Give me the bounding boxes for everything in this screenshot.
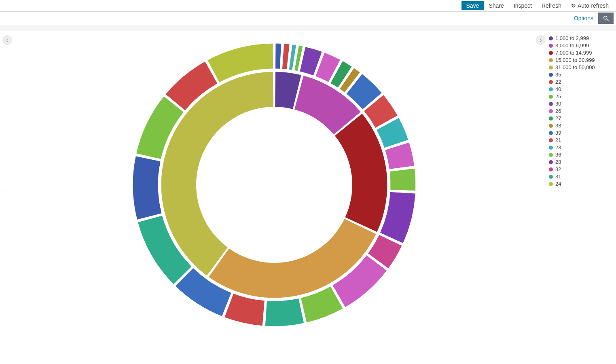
auto-refresh-label: Auto-refresh [578,2,609,9]
legend-label: 25 [555,93,561,99]
top-toolbar: Save Share Inspect Refresh ↻Auto-refresh [0,0,616,12]
sub-toolbar: Options [0,12,616,25]
legend-swatch [549,175,553,179]
legend-item[interactable]: 26 [549,108,614,114]
legend-label: 30 [555,101,561,107]
svg-point-0 [604,16,607,19]
drag-handle-icon[interactable]: ⋮⋮ [0,187,7,192]
legend-swatch [549,73,553,77]
refresh-icon: ↻ [571,2,576,9]
legend-label: 3,000 to 6,999 [555,42,589,49]
legend-label: 35 [555,72,561,78]
legend-swatch [549,66,553,70]
legend-item[interactable]: 22 [549,79,614,85]
legend-swatch [549,146,553,150]
legend-swatch [549,182,553,186]
chart-slice[interactable] [133,156,162,220]
legend-item[interactable]: 24 [549,181,614,187]
legend-item[interactable]: 32 [549,166,614,172]
legend-label: 21 [555,137,561,143]
legend-item[interactable]: 7,000 to 14,999 [549,50,614,56]
legend-item[interactable]: 27 [549,115,614,121]
inspect-button[interactable]: Inspect [509,1,537,10]
legend-label: 39 [555,130,561,136]
refresh-button[interactable]: Refresh [537,1,566,10]
legend-label: 33 [555,123,561,129]
legend-item[interactable]: 28 [549,159,614,165]
chart-legend: 1,000 to 2,9993,000 to 6,9997,000 to 14,… [546,35,614,343]
chart-slice[interactable] [282,44,290,70]
legend-label: 1,000 to 2,999 [555,35,589,41]
legend-item[interactable]: 3,000 to 6,999 [549,42,614,49]
legend-swatch [549,131,553,135]
legend-swatch [549,167,553,171]
legend-label: 15,000 to 30,999 [555,57,595,63]
legend-item[interactable]: 39 [549,130,614,136]
legend-label: 24 [555,181,561,187]
svg-line-1 [607,19,608,21]
legend-item[interactable]: 36 [549,152,614,158]
share-button[interactable]: Share [484,1,508,10]
legend-label: 7,000 to 14,999 [555,50,592,56]
legend-swatch [549,124,553,128]
filter-bar-placeholder [0,25,616,31]
chevron-right-icon: › [540,37,542,43]
chart-prev-button[interactable]: ‹ [2,35,12,45]
search-icon [603,15,609,21]
legend-swatch [549,51,553,55]
legend-swatch [549,87,553,91]
legend-swatch [549,58,553,62]
legend-item[interactable]: 40 [549,86,614,92]
legend-swatch [549,109,553,113]
chart-slice[interactable] [275,43,281,69]
legend-swatch [549,153,553,157]
legend-item[interactable]: 23 [549,144,614,150]
legend-label: 31,000 to 50,000 [555,64,595,70]
auto-refresh-button[interactable]: ↻Auto-refresh [566,1,614,10]
legend-label: 36 [555,152,561,158]
legend-swatch [549,95,553,99]
legend-swatch [549,160,553,164]
legend-label: 31 [555,174,561,180]
legend-label: 22 [555,79,561,85]
legend-item[interactable]: 33 [549,123,614,129]
legend-swatch [549,36,553,40]
legend-item[interactable]: 21 [549,137,614,143]
legend-label: 26 [555,108,561,114]
legend-label: 23 [555,144,561,150]
chart-next-button[interactable]: › [536,35,546,45]
legend-item[interactable]: 15,000 to 30,999 [549,57,614,63]
options-button[interactable]: Options [569,15,598,21]
legend-swatch [549,102,553,106]
chart-slice[interactable] [265,298,304,326]
search-button[interactable] [598,13,614,24]
legend-label: 40 [555,86,561,92]
legend-item[interactable]: 1,000 to 2,999 [549,35,614,41]
save-button[interactable]: Save [461,1,484,10]
legend-swatch [549,44,553,48]
legend-item[interactable]: 31,000 to 50,000 [549,64,614,70]
donut-chart[interactable] [12,35,536,343]
legend-swatch [549,80,553,84]
legend-swatch [549,138,553,142]
chart-slice[interactable] [389,168,416,191]
legend-swatch [549,116,553,121]
legend-label: 32 [555,166,561,172]
chevron-left-icon: ‹ [6,37,8,43]
legend-item[interactable]: 25 [549,93,614,99]
legend-item[interactable]: 35 [549,72,614,78]
legend-label: 28 [555,159,561,165]
chart-slice[interactable] [224,294,265,326]
legend-item[interactable]: 30 [549,101,614,107]
visualization-area: ⋮⋮ ‹ › 1,000 to 2,9993,000 to 6,9997,000… [0,31,616,343]
legend-label: 27 [555,115,561,121]
legend-item[interactable]: 31 [549,174,614,180]
